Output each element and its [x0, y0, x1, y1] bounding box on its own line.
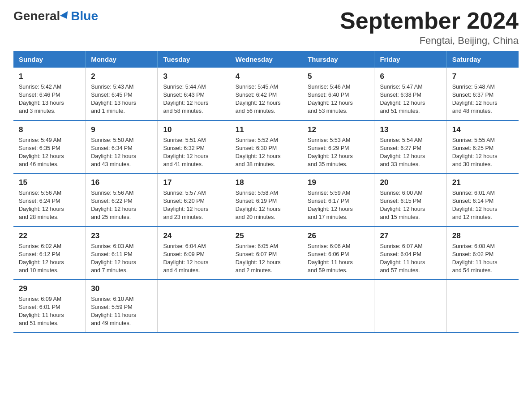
day-cell: 16Sunrise: 5:56 AM Sunset: 6:22 PM Dayli…: [86, 173, 158, 227]
day-cell: 19Sunrise: 5:59 AM Sunset: 6:17 PM Dayli…: [302, 173, 374, 227]
header-cell-thursday: Thursday: [302, 51, 374, 68]
header-cell-sunday: Sunday: [13, 51, 86, 68]
day-info: Sunrise: 5:48 AM Sunset: 6:37 PM Dayligh…: [452, 83, 513, 116]
logo-triangle-icon: [60, 11, 71, 21]
week-row-1: 1Sunrise: 5:42 AM Sunset: 6:46 PM Daylig…: [13, 68, 519, 120]
logo-blue-text: Blue: [71, 9, 98, 23]
day-number: 10: [163, 125, 224, 134]
day-cell: 9Sunrise: 5:50 AM Sunset: 6:34 PM Daylig…: [86, 120, 158, 174]
day-info: Sunrise: 5:59 AM Sunset: 6:17 PM Dayligh…: [308, 189, 369, 222]
day-info: Sunrise: 5:51 AM Sunset: 6:32 PM Dayligh…: [163, 136, 224, 169]
calendar-body: 1Sunrise: 5:42 AM Sunset: 6:46 PM Daylig…: [13, 68, 519, 333]
day-info: Sunrise: 5:56 AM Sunset: 6:24 PM Dayligh…: [19, 189, 80, 222]
day-info: Sunrise: 6:03 AM Sunset: 6:11 PM Dayligh…: [91, 242, 152, 275]
day-cell: 18Sunrise: 5:58 AM Sunset: 6:19 PM Dayli…: [230, 173, 302, 227]
day-number: 18: [236, 178, 296, 187]
day-info: Sunrise: 5:56 AM Sunset: 6:22 PM Dayligh…: [91, 189, 152, 222]
day-number: 4: [236, 72, 296, 81]
day-cell: 2Sunrise: 5:43 AM Sunset: 6:45 PM Daylig…: [86, 68, 158, 120]
day-number: 8: [19, 125, 80, 134]
day-number: 6: [380, 72, 441, 81]
day-cell: 10Sunrise: 5:51 AM Sunset: 6:32 PM Dayli…: [158, 120, 230, 174]
day-cell: 26Sunrise: 6:06 AM Sunset: 6:06 PM Dayli…: [302, 227, 374, 280]
day-cell: [374, 279, 446, 333]
day-info: Sunrise: 5:50 AM Sunset: 6:34 PM Dayligh…: [91, 136, 152, 169]
day-info: Sunrise: 6:07 AM Sunset: 6:04 PM Dayligh…: [380, 242, 441, 275]
header-cell-tuesday: Tuesday: [158, 51, 230, 68]
day-info: Sunrise: 5:54 AM Sunset: 6:27 PM Dayligh…: [380, 136, 441, 169]
day-cell: 8Sunrise: 5:49 AM Sunset: 6:35 PM Daylig…: [13, 120, 86, 174]
day-cell: 30Sunrise: 6:10 AM Sunset: 5:59 PM Dayli…: [86, 279, 158, 333]
header-row: SundayMondayTuesdayWednesdayThursdayFrid…: [13, 51, 519, 68]
day-number: 28: [452, 231, 513, 240]
day-cell: [158, 279, 230, 333]
day-number: 14: [452, 125, 513, 134]
header-cell-monday: Monday: [86, 51, 158, 68]
day-info: Sunrise: 5:44 AM Sunset: 6:43 PM Dayligh…: [163, 83, 224, 116]
day-number: 15: [19, 178, 80, 187]
day-cell: 23Sunrise: 6:03 AM Sunset: 6:11 PM Dayli…: [86, 227, 158, 280]
day-cell: 4Sunrise: 5:45 AM Sunset: 6:42 PM Daylig…: [230, 68, 302, 120]
location: Fengtai, Beijing, China: [340, 35, 519, 47]
day-cell: 28Sunrise: 6:08 AM Sunset: 6:02 PM Dayli…: [446, 227, 519, 280]
day-cell: 5Sunrise: 5:46 AM Sunset: 6:40 PM Daylig…: [302, 68, 374, 120]
day-info: Sunrise: 5:42 AM Sunset: 6:46 PM Dayligh…: [19, 83, 80, 116]
day-cell: 29Sunrise: 6:09 AM Sunset: 6:01 PM Dayli…: [13, 279, 86, 333]
logo-general-text: General: [13, 9, 60, 23]
day-info: Sunrise: 6:04 AM Sunset: 6:09 PM Dayligh…: [163, 242, 224, 275]
day-info: Sunrise: 5:46 AM Sunset: 6:40 PM Dayligh…: [308, 83, 369, 116]
day-cell: [446, 279, 519, 333]
day-info: Sunrise: 6:02 AM Sunset: 6:12 PM Dayligh…: [19, 242, 80, 275]
day-number: 22: [19, 231, 80, 240]
week-row-4: 22Sunrise: 6:02 AM Sunset: 6:12 PM Dayli…: [13, 227, 519, 280]
day-info: Sunrise: 5:55 AM Sunset: 6:25 PM Dayligh…: [452, 136, 513, 169]
day-number: 9: [91, 125, 152, 134]
day-info: Sunrise: 6:00 AM Sunset: 6:15 PM Dayligh…: [380, 189, 441, 222]
day-info: Sunrise: 5:43 AM Sunset: 6:45 PM Dayligh…: [91, 83, 152, 116]
day-info: Sunrise: 6:09 AM Sunset: 6:01 PM Dayligh…: [19, 295, 80, 328]
day-info: Sunrise: 5:53 AM Sunset: 6:29 PM Dayligh…: [308, 136, 369, 169]
day-cell: 11Sunrise: 5:52 AM Sunset: 6:30 PM Dayli…: [230, 120, 302, 174]
day-cell: 21Sunrise: 6:01 AM Sunset: 6:14 PM Dayli…: [446, 173, 519, 227]
day-cell: 3Sunrise: 5:44 AM Sunset: 6:43 PM Daylig…: [158, 68, 230, 120]
day-info: Sunrise: 5:58 AM Sunset: 6:19 PM Dayligh…: [236, 189, 296, 222]
day-info: Sunrise: 5:45 AM Sunset: 6:42 PM Dayligh…: [236, 83, 296, 116]
day-info: Sunrise: 6:10 AM Sunset: 5:59 PM Dayligh…: [91, 295, 152, 328]
day-cell: 6Sunrise: 5:47 AM Sunset: 6:38 PM Daylig…: [374, 68, 446, 120]
day-cell: 25Sunrise: 6:05 AM Sunset: 6:07 PM Dayli…: [230, 227, 302, 280]
week-row-5: 29Sunrise: 6:09 AM Sunset: 6:01 PM Dayli…: [13, 279, 519, 333]
day-number: 16: [91, 178, 152, 187]
day-cell: 12Sunrise: 5:53 AM Sunset: 6:29 PM Dayli…: [302, 120, 374, 174]
day-number: 19: [308, 178, 369, 187]
page-header: General Blue September 2024 Fengtai, Bei…: [13, 9, 519, 47]
day-number: 3: [163, 72, 224, 81]
day-number: 27: [380, 231, 441, 240]
day-number: 26: [308, 231, 369, 240]
day-cell: 24Sunrise: 6:04 AM Sunset: 6:09 PM Dayli…: [158, 227, 230, 280]
calendar-header: SundayMondayTuesdayWednesdayThursdayFrid…: [13, 51, 519, 68]
header-cell-wednesday: Wednesday: [230, 51, 302, 68]
week-row-3: 15Sunrise: 5:56 AM Sunset: 6:24 PM Dayli…: [13, 173, 519, 227]
day-info: Sunrise: 5:52 AM Sunset: 6:30 PM Dayligh…: [236, 136, 296, 169]
day-number: 1: [19, 72, 80, 81]
day-info: Sunrise: 6:08 AM Sunset: 6:02 PM Dayligh…: [452, 242, 513, 275]
day-number: 2: [91, 72, 152, 81]
day-info: Sunrise: 6:05 AM Sunset: 6:07 PM Dayligh…: [236, 242, 296, 275]
day-cell: 14Sunrise: 5:55 AM Sunset: 6:25 PM Dayli…: [446, 120, 519, 174]
day-cell: 13Sunrise: 5:54 AM Sunset: 6:27 PM Dayli…: [374, 120, 446, 174]
day-cell: 17Sunrise: 5:57 AM Sunset: 6:20 PM Dayli…: [158, 173, 230, 227]
day-info: Sunrise: 6:06 AM Sunset: 6:06 PM Dayligh…: [308, 242, 369, 275]
day-number: 17: [163, 178, 224, 187]
day-cell: 1Sunrise: 5:42 AM Sunset: 6:46 PM Daylig…: [13, 68, 86, 120]
day-number: 20: [380, 178, 441, 187]
day-cell: [302, 279, 374, 333]
day-number: 7: [452, 72, 513, 81]
day-number: 30: [91, 284, 152, 293]
day-number: 21: [452, 178, 513, 187]
header-cell-friday: Friday: [374, 51, 446, 68]
day-number: 29: [19, 284, 80, 293]
day-info: Sunrise: 5:47 AM Sunset: 6:38 PM Dayligh…: [380, 83, 441, 116]
week-row-2: 8Sunrise: 5:49 AM Sunset: 6:35 PM Daylig…: [13, 120, 519, 174]
title-block: September 2024 Fengtai, Beijing, China: [340, 9, 519, 47]
day-number: 5: [308, 72, 369, 81]
